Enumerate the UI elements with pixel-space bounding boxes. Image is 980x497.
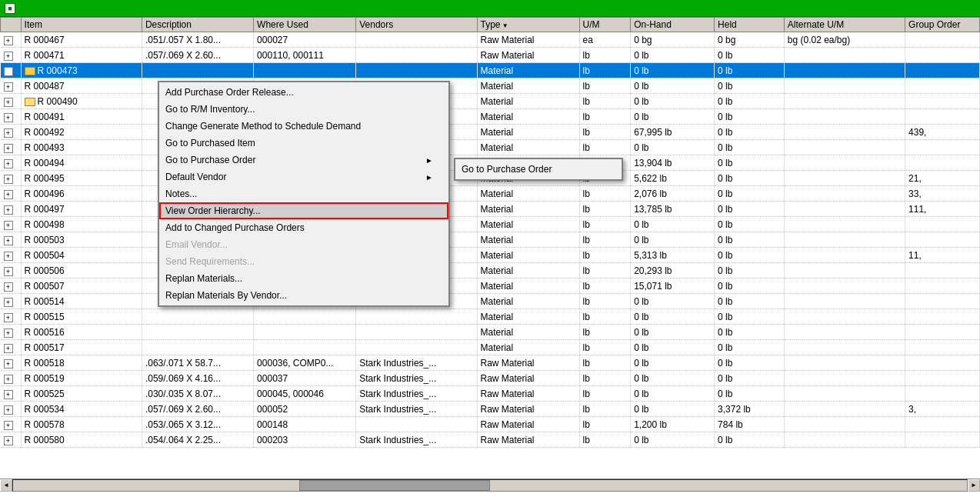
table-row[interactable]: +R 000496Materiallb2,076 lb0 lb33,	[1, 186, 980, 202]
menu-item-6[interactable]: Notes...	[159, 185, 448, 202]
horizontal-scrollbar[interactable]: ◄ ►	[0, 479, 980, 491]
expand-btn[interactable]: +	[4, 344, 13, 353]
expand-btn[interactable]: +	[4, 159, 13, 168]
col-header-onhand[interactable]: On-Hand	[631, 18, 715, 32]
table-row[interactable]: +R 000514Materiallb0 lb0 lb	[1, 294, 980, 309]
table-row[interactable]: +R 000471.057/.069 X 2.60...000110, 0001…	[1, 48, 980, 63]
scroll-right-btn[interactable]: ►	[968, 479, 980, 492]
expand-cell[interactable]: +	[1, 263, 22, 279]
expand-btn[interactable]: +	[4, 128, 13, 138]
scrollbar-track[interactable]	[12, 479, 968, 492]
table-row[interactable]: +R 000498Materiallb0 lb0 lb	[1, 217, 980, 232]
col-header-grouporder[interactable]: Group Order	[905, 18, 980, 32]
expand-btn[interactable]: +	[4, 313, 13, 322]
expand-btn[interactable]: +	[4, 298, 13, 307]
expand-cell[interactable]: +	[1, 48, 22, 63]
expand-cell[interactable]: +	[1, 109, 22, 125]
expand-btn[interactable]: -	[4, 67, 13, 76]
expand-btn[interactable]: +	[4, 390, 13, 399]
table-row[interactable]: +R 000487Materiallb0 lb0 lb	[1, 78, 980, 94]
table-row[interactable]: +R 000515Materiallb0 lb0 lb	[1, 309, 980, 325]
expand-btn[interactable]: +	[4, 329, 13, 338]
expand-cell[interactable]: +	[1, 355, 22, 371]
expand-cell[interactable]: +	[1, 340, 22, 355]
expand-cell[interactable]: +	[1, 186, 22, 202]
table-row[interactable]: +R 000517Materiallb0 lb0 lb	[1, 340, 980, 355]
menu-item-1[interactable]: Go to R/M Inventory...	[159, 101, 448, 118]
expand-btn[interactable]: +	[4, 267, 13, 276]
expand-btn[interactable]: +	[4, 236, 13, 245]
expand-btn[interactable]: +	[4, 52, 13, 61]
expand-cell[interactable]: +	[1, 78, 22, 94]
col-header-um[interactable]: U/M	[579, 18, 631, 32]
menu-item-5[interactable]: Default Vendor►	[159, 168, 448, 185]
expand-cell[interactable]: +	[1, 371, 22, 386]
scroll-left-btn[interactable]: ◄	[0, 479, 12, 492]
expand-btn[interactable]: +	[4, 36, 13, 45]
expand-btn[interactable]: +	[4, 252, 13, 261]
col-header-vendors[interactable]: Vendors	[356, 18, 477, 32]
menu-item-7[interactable]: View Order Hierarchy...	[159, 202, 448, 219]
menu-item-4[interactable]: Go to Purchase Order►	[159, 152, 448, 168]
expand-cell[interactable]: +	[1, 171, 22, 186]
expand-cell[interactable]: +	[1, 140, 22, 155]
table-row[interactable]: +R 000506Materiallb20,293 lb0 lb	[1, 263, 980, 279]
table-row[interactable]: +R 000507Materiallb15,071 lb0 lb	[1, 279, 980, 294]
table-row[interactable]: +R 000504Materiallb5,313 lb0 lb11,	[1, 248, 980, 263]
submenu-item-goto-purchase-order[interactable]: Go to Purchase Order	[455, 161, 622, 178]
col-header-held[interactable]: Held	[715, 18, 785, 32]
expand-btn[interactable]: +	[4, 190, 13, 199]
col-header-whereused[interactable]: Where Used	[254, 18, 356, 32]
expand-btn[interactable]: +	[4, 98, 13, 107]
expand-cell[interactable]: +	[1, 402, 22, 417]
expand-cell[interactable]: +	[1, 125, 22, 140]
scrollbar-thumb[interactable]	[299, 480, 490, 491]
expand-cell[interactable]: +	[1, 232, 22, 248]
expand-btn[interactable]: +	[4, 436, 13, 445]
menu-item-3[interactable]: Go to Purchased Item	[159, 135, 448, 152]
expand-cell[interactable]: +	[1, 417, 22, 432]
expand-btn[interactable]: +	[4, 144, 13, 153]
expand-cell[interactable]: +	[1, 202, 22, 217]
table-row[interactable]: +R 000516Materiallb0 lb0 lb	[1, 325, 980, 340]
expand-cell[interactable]: +	[1, 325, 22, 340]
menu-item-11[interactable]: Replan Materials...	[159, 270, 448, 287]
expand-btn[interactable]: +	[4, 113, 13, 122]
expand-cell[interactable]: +	[1, 217, 22, 232]
expand-btn[interactable]: +	[4, 359, 13, 369]
menu-item-0[interactable]: Add Purchase Order Release...	[159, 84, 448, 101]
menu-item-8[interactable]: Add to Changed Purchase Orders	[159, 219, 448, 236]
expand-btn[interactable]: +	[4, 405, 13, 415]
expand-cell[interactable]: +	[1, 155, 22, 171]
table-row[interactable]: +R 000518.063/.071 X 58.7...000036, COMP…	[1, 355, 980, 371]
expand-btn[interactable]: +	[4, 375, 13, 384]
menu-item-12[interactable]: Replan Materials By Vendor...	[159, 287, 448, 304]
table-row[interactable]: +R 000580.054/.064 X 2.25...000203Stark …	[1, 432, 980, 448]
table-row[interactable]: +R 000525.030/.035 X 8.07...000045, 0000…	[1, 386, 980, 402]
expand-btn[interactable]: +	[4, 205, 13, 215]
menu-item-2[interactable]: Change Generate Method to Schedule Deman…	[159, 118, 448, 135]
table-row[interactable]: +R 000490Materiallb0 lb0 lb	[1, 94, 980, 109]
expand-cell[interactable]: +	[1, 248, 22, 263]
expand-cell[interactable]: +	[1, 32, 22, 48]
expand-btn[interactable]: +	[4, 221, 13, 230]
expand-cell[interactable]: +	[1, 432, 22, 448]
table-row[interactable]: +R 000503Materiallb0 lb0 lb	[1, 232, 980, 248]
table-row[interactable]: +R 000492Materiallb67,995 lb0 lb439,	[1, 125, 980, 140]
expand-cell[interactable]: +	[1, 386, 22, 402]
table-row[interactable]: +R 000534.057/.069 X 2.60...000052Stark …	[1, 402, 980, 417]
expand-btn[interactable]: +	[4, 421, 13, 430]
col-header-type[interactable]: Type	[477, 18, 579, 32]
table-row[interactable]: +R 000491Materiallb0 lb0 lb	[1, 109, 980, 125]
expand-btn[interactable]: +	[4, 282, 13, 292]
expand-cell[interactable]: +	[1, 94, 22, 109]
table-row[interactable]: +R 000467.051/.057 X 1.80...000027Raw Ma…	[1, 32, 980, 48]
expand-btn[interactable]: +	[4, 175, 13, 184]
expand-cell[interactable]: +	[1, 279, 22, 294]
expand-cell[interactable]: +	[1, 309, 22, 325]
table-row[interactable]: +R 000519.059/.069 X 4.16...000037Stark …	[1, 371, 980, 386]
col-header-altum[interactable]: Alternate U/M	[784, 18, 905, 32]
col-header-description[interactable]: Description	[142, 18, 253, 32]
table-row[interactable]: -R 000473Materiallb0 lb0 lb	[1, 63, 980, 78]
col-header-item[interactable]: Item	[21, 18, 142, 32]
